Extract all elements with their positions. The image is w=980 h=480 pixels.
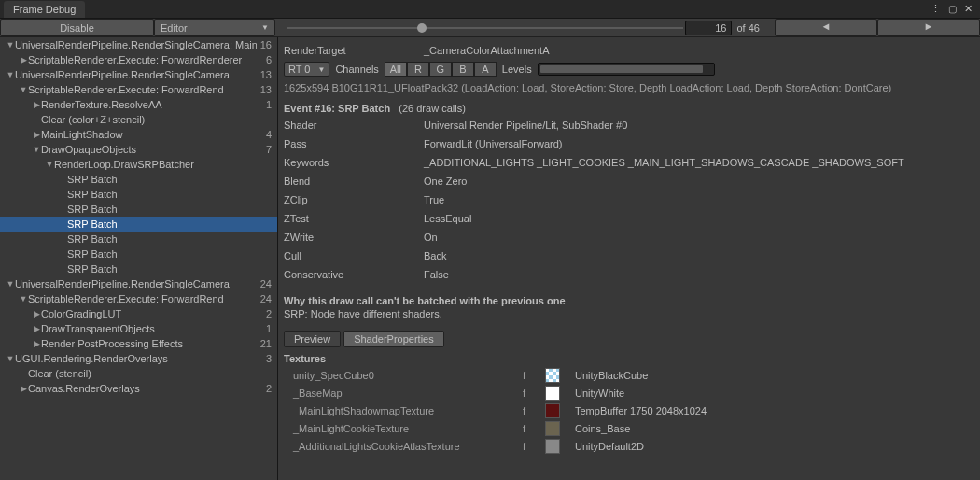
tree-row[interactable]: ▼DrawOpaqueObjects7 xyxy=(0,142,277,157)
property-key: ZTest xyxy=(284,213,424,224)
maximize-icon[interactable]: ▢ xyxy=(948,4,957,14)
tree-label: SRP Batch xyxy=(67,233,272,245)
tree-label: Canvas.RenderOverlays xyxy=(28,383,262,394)
foldout-closed-icon[interactable]: ▶ xyxy=(19,384,28,393)
event-number-field[interactable] xyxy=(685,21,732,35)
tree-row[interactable]: SRP Batch xyxy=(0,232,277,247)
details-panel: RenderTarget _CameraColorAttachmentA RT … xyxy=(278,37,980,480)
channel-b-button[interactable]: B xyxy=(452,62,474,77)
tree-row[interactable]: ▶RenderTexture.ResolveAA1 xyxy=(0,97,277,112)
disable-button[interactable]: Disable xyxy=(0,19,154,36)
foldout-open-icon[interactable]: ▼ xyxy=(19,294,28,304)
tree-row[interactable]: ▶Canvas.RenderOverlays2 xyxy=(0,381,277,396)
tree-row[interactable]: ▼RenderLoop.DrawSRPBatcher xyxy=(0,157,277,172)
textures-header: Textures xyxy=(284,353,974,364)
tab-frame-debug[interactable]: Frame Debug xyxy=(4,1,85,18)
texture-row[interactable]: _AdditionalLightsCookieAtlasTexturefUnit… xyxy=(284,437,974,455)
event-tree[interactable]: ▼UniversalRenderPipeline.RenderSingleCam… xyxy=(0,37,278,480)
texture-swatch xyxy=(545,421,560,436)
foldout-open-icon[interactable]: ▼ xyxy=(6,40,15,49)
tree-row[interactable]: ▶MainLightShadow4 xyxy=(0,127,277,142)
texture-type: f xyxy=(523,441,545,452)
foldout-closed-icon[interactable]: ▶ xyxy=(32,324,41,333)
tree-row[interactable]: ▶Render PostProcessing Effects21 xyxy=(0,336,277,351)
context-menu-icon[interactable]: ⋮ xyxy=(931,3,941,15)
property-key: Shader xyxy=(284,120,424,131)
tree-row[interactable]: ▼ScriptableRenderer.Execute: ForwardRend… xyxy=(0,291,277,306)
foldout-closed-icon[interactable]: ▶ xyxy=(32,309,41,318)
texture-type: f xyxy=(523,370,545,381)
tree-row[interactable]: ▼UniversalRenderPipeline.RenderSingleCam… xyxy=(0,67,277,82)
tree-row[interactable]: Clear (color+Z+stencil) xyxy=(0,112,277,127)
tree-row[interactable]: ▼ScriptableRenderer.Execute: ForwardRend… xyxy=(0,82,277,97)
foldout-open-icon[interactable]: ▼ xyxy=(32,145,41,154)
tree-label: RenderTexture.ResolveAA xyxy=(41,99,262,110)
property-value: One Zero xyxy=(424,176,467,187)
texture-row[interactable]: unity_SpecCube0fUnityBlackCube xyxy=(284,366,974,384)
tree-row[interactable]: ▶DrawTransparentObjects1 xyxy=(0,321,277,336)
event-slider[interactable] xyxy=(287,27,683,29)
foldout-open-icon[interactable]: ▼ xyxy=(45,160,54,169)
channel-all-button[interactable]: All xyxy=(385,62,407,77)
target-dropdown[interactable]: Editor ▼ xyxy=(154,19,275,36)
tree-label: SRP Batch xyxy=(67,248,272,260)
texture-value: UnityDefault2D xyxy=(575,441,644,452)
tree-count: 16 xyxy=(257,39,272,50)
foldout-closed-icon[interactable]: ▶ xyxy=(32,130,41,139)
texture-name: _AdditionalLightsCookieAtlasTexture xyxy=(284,441,523,452)
property-row: ShaderUniversal Render Pipeline/Lit, Sub… xyxy=(284,116,974,134)
property-key: Pass xyxy=(284,138,424,149)
texture-swatch xyxy=(545,439,560,454)
tree-row[interactable]: SRP Batch xyxy=(0,261,277,276)
channel-a-button[interactable]: A xyxy=(474,62,497,77)
property-key: Cull xyxy=(284,250,424,261)
tree-label: Clear (stencil) xyxy=(28,368,272,379)
channel-r-button[interactable]: R xyxy=(407,62,429,77)
property-key: ZWrite xyxy=(284,232,424,243)
tree-row[interactable]: SRP Batch xyxy=(0,172,277,187)
tree-row[interactable]: ▼UniversalRenderPipeline.RenderSingleCam… xyxy=(0,276,277,291)
tree-row[interactable]: ▶ColorGradingLUT2 xyxy=(0,306,277,321)
property-row: ConservativeFalse xyxy=(284,265,974,284)
texture-value: TempBuffer 1750 2048x1024 xyxy=(575,405,707,416)
texture-row[interactable]: _BaseMapfUnityWhite xyxy=(284,384,974,402)
foldout-open-icon[interactable]: ▼ xyxy=(6,70,15,79)
chevron-down-icon: ▼ xyxy=(261,23,269,32)
tree-label: DrawTransparentObjects xyxy=(41,323,262,334)
texture-type: f xyxy=(523,388,545,399)
tree-label: ColorGradingLUT xyxy=(41,308,262,319)
next-button[interactable]: ► xyxy=(877,19,980,36)
levels-slider[interactable] xyxy=(538,63,715,76)
close-icon[interactable]: ✕ xyxy=(964,3,973,15)
foldout-closed-icon[interactable]: ▶ xyxy=(32,339,41,348)
tree-row[interactable]: Clear (stencil) xyxy=(0,366,277,381)
property-value: On xyxy=(424,232,438,243)
texture-type: f xyxy=(523,405,545,416)
foldout-open-icon[interactable]: ▼ xyxy=(6,354,15,363)
tree-row[interactable]: ▼UGUI.Rendering.RenderOverlays3 xyxy=(0,351,277,366)
tree-row[interactable]: ▶ScriptableRenderer.Execute: ForwardRend… xyxy=(0,52,277,67)
tree-row[interactable]: SRP Batch xyxy=(0,202,277,217)
texture-swatch xyxy=(545,368,560,383)
property-key: Blend xyxy=(284,176,424,187)
channel-g-button[interactable]: G xyxy=(429,62,452,77)
foldout-open-icon[interactable]: ▼ xyxy=(6,279,15,289)
tree-label: UniversalRenderPipeline.RenderSingleCame… xyxy=(15,39,257,50)
foldout-closed-icon[interactable]: ▶ xyxy=(32,100,41,109)
texture-swatch xyxy=(545,386,560,401)
foldout-closed-icon[interactable]: ▶ xyxy=(19,55,28,64)
foldout-open-icon[interactable]: ▼ xyxy=(19,85,28,94)
nav-buttons: ◄ ► xyxy=(775,19,980,36)
tree-row[interactable]: SRP Batch xyxy=(0,187,277,202)
prev-button[interactable]: ◄ xyxy=(775,19,877,36)
texture-type: f xyxy=(523,423,545,434)
tree-row[interactable]: ▼UniversalRenderPipeline.RenderSingleCam… xyxy=(0,37,277,52)
tree-row[interactable]: SRP Batch xyxy=(0,247,277,261)
tree-row[interactable]: SRP Batch xyxy=(0,217,277,232)
texture-row[interactable]: _MainLightShadowmapTexturefTempBuffer 17… xyxy=(284,402,974,419)
texture-name: _MainLightCookieTexture xyxy=(284,423,523,434)
tab-shader-properties[interactable]: ShaderProperties xyxy=(343,331,444,347)
tab-preview[interactable]: Preview xyxy=(284,331,341,347)
texture-row[interactable]: _MainLightCookieTexturefCoins_Base xyxy=(284,419,974,437)
rt-dropdown[interactable]: RT 0 ▼ xyxy=(284,62,329,77)
